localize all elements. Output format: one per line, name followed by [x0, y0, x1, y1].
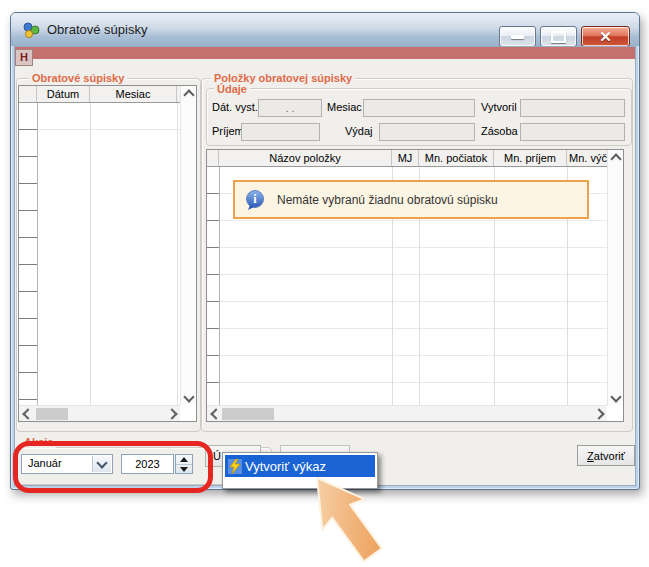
table-body[interactable] — [19, 103, 180, 405]
dropdown-button[interactable] — [92, 456, 111, 472]
column-header-datum[interactable]: Dátum — [37, 86, 90, 102]
year-spinner — [175, 454, 193, 474]
vydaj-field[interactable] — [379, 123, 475, 141]
close-button-mnemonic: Z — [587, 450, 594, 462]
vertical-scrollbar[interactable] — [607, 150, 623, 405]
table-header: Názov položky MJ Mn. počiatok Mn. príjem… — [207, 150, 623, 167]
lightning-icon — [225, 459, 245, 474]
horizontal-scrollbar[interactable] — [207, 405, 607, 421]
prijem-field[interactable] — [241, 123, 320, 141]
row-selector-column — [207, 167, 219, 405]
page: { "window": { "title": "Obratové súpisky… — [0, 0, 649, 567]
scrollbar-thumb[interactable] — [36, 408, 68, 420]
zasoba-field[interactable] — [520, 123, 625, 141]
close-icon: ✕ — [599, 29, 612, 44]
scroll-down-button[interactable] — [608, 390, 623, 405]
chevron-right-icon — [166, 408, 177, 419]
selector-column-header — [207, 150, 219, 166]
column-header-mj[interactable]: MJ — [392, 150, 419, 166]
spin-up-button[interactable] — [176, 455, 192, 464]
vytvoril-field[interactable] — [520, 99, 625, 117]
field-label-vytvoril: Vytvoril — [481, 101, 517, 113]
chevron-left-icon — [210, 408, 221, 419]
year-input[interactable]: 2023 — [121, 454, 174, 474]
scroll-left-button[interactable] — [207, 406, 222, 421]
scroll-left-button[interactable] — [19, 406, 34, 421]
info-message-text: Nemáte vybranú žiadnu obratovú súpisku — [277, 193, 498, 207]
close-dialog-button[interactable]: Zatvoriť — [577, 445, 635, 466]
maximize-button[interactable] — [540, 26, 577, 47]
field-label-prijem: Príjem — [212, 125, 244, 137]
chevron-up-icon — [183, 89, 194, 100]
chevron-down-icon — [183, 391, 194, 402]
scrollbar-thumb[interactable] — [222, 408, 274, 420]
menu-item-vytvorit-vykaz[interactable]: Vytvoriť výkaz — [225, 455, 375, 477]
minimize-button[interactable] — [499, 26, 536, 47]
column-header-mn-vydaj[interactable]: Mn. výč — [567, 150, 609, 166]
column-header-nazov[interactable]: Názov položky — [219, 150, 392, 166]
table-header: Dátum Mesiac I — [19, 86, 196, 103]
close-button-label: atvoriť — [594, 450, 625, 462]
vertical-scrollbar[interactable] — [180, 86, 196, 405]
window-controls: ✕ — [499, 26, 630, 47]
field-label-zasoba: Zásoba — [481, 125, 518, 137]
toolbar-bar — [15, 47, 635, 59]
field-label-mesiac: Mesiac — [327, 101, 362, 113]
selector-column-header — [19, 86, 37, 102]
turnover-list-table[interactable]: Dátum Mesiac I — [18, 85, 197, 422]
chevron-left-icon — [22, 408, 33, 419]
chevron-down-icon — [96, 457, 107, 468]
row-selector-column — [19, 103, 37, 405]
column-header-mn-prijem[interactable]: Mn. príjem — [494, 150, 567, 166]
app-icon — [22, 22, 40, 38]
close-button[interactable]: ✕ — [581, 26, 630, 47]
info-message-box: i Nemáte vybranú žiadnu obratovú súpisku — [233, 180, 589, 219]
chevron-right-icon — [593, 408, 604, 419]
maximize-icon — [551, 31, 566, 43]
udaje-group: Dát. vyst. . . Mesiac Vytvoril Príjem Vý… — [206, 88, 632, 146]
field-label-vydaj: Výdaj — [345, 125, 373, 137]
window-title: Obratové súpisky — [47, 22, 147, 37]
scroll-up-button[interactable] — [181, 86, 196, 101]
mesiac-field[interactable] — [363, 99, 475, 117]
dat-vyst-field[interactable]: . . — [258, 99, 322, 117]
column-header-mesiac[interactable]: Mesiac — [90, 86, 177, 102]
spin-down-button[interactable] — [176, 465, 192, 474]
chevron-down-icon — [610, 391, 621, 402]
context-menu: Vytvoriť výkaz — [222, 452, 378, 489]
menu-item-label: Vytvoriť výkaz — [245, 459, 326, 474]
spin-down-icon — [180, 467, 188, 472]
field-label-dat-vyst: Dát. vyst. — [212, 101, 258, 113]
info-icon: i — [244, 189, 266, 211]
udaje-group-label: Údaje — [214, 83, 250, 95]
scroll-right-button[interactable] — [592, 406, 607, 421]
spin-up-icon — [180, 457, 188, 462]
month-dropdown[interactable]: Január — [21, 454, 113, 474]
horizontal-scrollbar[interactable] — [19, 405, 180, 421]
column-header-mn-pociatok[interactable]: Mn. počiatok — [419, 150, 494, 166]
month-dropdown-value: Január — [28, 457, 62, 469]
akcie-group-label: Akcie — [21, 436, 56, 448]
minimize-icon — [511, 35, 524, 39]
window: Obratové súpisky ✕ H Obratové súpisky Dá… — [10, 12, 640, 490]
scroll-down-button[interactable] — [181, 390, 196, 405]
client-area: H Obratové súpisky Dátum Mesiac I — [14, 46, 636, 486]
chevron-up-icon — [610, 153, 621, 164]
left-group-label: Obratové súpisky — [29, 72, 127, 84]
scroll-up-button[interactable] — [608, 150, 623, 165]
h-button[interactable]: H — [15, 49, 33, 66]
scroll-right-button[interactable] — [165, 406, 180, 421]
